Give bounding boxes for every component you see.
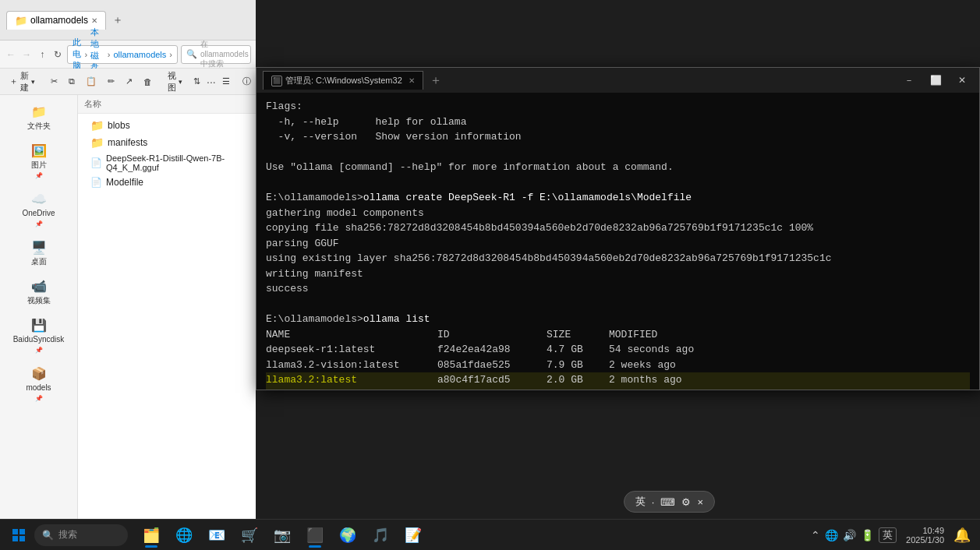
sidebar-item-models[interactable]: 📦 models 📌 xyxy=(0,360,77,408)
start-button[interactable] xyxy=(5,521,33,549)
edge-icon: 🌐 xyxy=(175,527,193,544)
file-item-manifests[interactable]: 📁 manifests xyxy=(78,134,256,151)
tray-chevron[interactable]: ⌃ xyxy=(811,529,820,541)
terminal-tab-label: 管理员: C:\Windows\System32 xyxy=(285,75,402,86)
taskbar-edge[interactable]: 🌐 xyxy=(168,521,200,549)
folder-icon-manifests: 📁 xyxy=(90,136,104,149)
new-button[interactable]: ＋ 新建 ▾ xyxy=(5,68,40,96)
term-row-deepseek: deepseek-r1:latestf24e2ea42a984.7 GB54 s… xyxy=(266,342,970,358)
term-line-blank3 xyxy=(266,297,970,312)
sidebar-item-baidu[interactable]: 💾 BaiduSyncdisk 📌 xyxy=(0,312,77,360)
taskbar-explorer[interactable]: 🗂️ xyxy=(136,521,167,549)
up-button[interactable]: ↑ xyxy=(36,45,48,64)
windows-logo xyxy=(12,529,25,541)
explorer-tab-label: ollamamodels xyxy=(30,15,88,26)
explorer-taskbar-icon: 🗂️ xyxy=(143,527,160,544)
system-tray: ⌃ 🌐 🔊 🔋 英 xyxy=(811,527,897,543)
volume-icon[interactable]: 🔊 xyxy=(843,529,856,541)
battery-icon[interactable]: 🔋 xyxy=(861,529,874,541)
taskbar-terminal[interactable]: ⬛ xyxy=(299,521,331,549)
file-explorer: 📁 ollamamodels ✕ ＋ ← → ↑ ↻ 此电脑 › 本地磁盘 (E… xyxy=(0,0,256,550)
breadcrumb-pc[interactable]: 此电脑 xyxy=(73,37,81,72)
terminal-titlebar: ⬛ 管理员: C:\Windows\System32 ✕ ＋ － ⬜ ✕ xyxy=(256,68,979,93)
term-line-existing: using existing layer sha256:78272d8d3208… xyxy=(266,251,970,266)
info-button[interactable]: ⓘ xyxy=(238,73,256,90)
close-button[interactable]: ✕ xyxy=(951,72,973,88)
photos-icon: 📷 xyxy=(274,527,291,544)
ime-keyboard-icon[interactable]: ⌨ xyxy=(660,496,675,508)
baidu-icon: 💾 xyxy=(31,318,47,333)
taskbar-photos[interactable]: 📷 xyxy=(267,521,298,549)
rename-button[interactable]: ✏ xyxy=(103,74,119,89)
taskbar: 🔍 搜索 🗂️ 🌐 📧 🛒 📷 ⬛ 🌍 🎵 📝 xyxy=(0,519,980,550)
term-line-copying: copying file sha256:78272d8d3208454b8bd4… xyxy=(266,220,970,236)
taskbar-search-icon: 🔍 xyxy=(42,530,54,541)
network-icon[interactable]: 🌐 xyxy=(825,529,838,541)
ime-tray-label[interactable]: 英 xyxy=(879,527,897,543)
copy-button[interactable]: ⧉ xyxy=(64,74,80,89)
more-button[interactable]: ··· xyxy=(207,76,216,88)
notification-icon[interactable]: 🔔 xyxy=(953,527,975,544)
search-box[interactable]: 🔍 在 ollamamodels 中搜索 xyxy=(181,45,251,64)
taskbar-mail[interactable]: 📧 xyxy=(201,521,232,549)
file-icon-gguf: 📄 xyxy=(90,157,102,168)
new-tab-button[interactable]: ＋ xyxy=(109,12,126,29)
taskbar-store[interactable]: 🛒 xyxy=(234,521,265,549)
sidebar-item-video[interactable]: 📹 视频集 xyxy=(0,273,77,312)
minimize-button[interactable]: － xyxy=(898,72,920,88)
tab-close-icon[interactable]: ✕ xyxy=(91,16,97,25)
ime-pill[interactable]: 英 · ⌨ ⚙ × xyxy=(624,491,715,513)
share-button[interactable]: ↗ xyxy=(121,74,137,89)
forward-button[interactable]: → xyxy=(20,45,33,64)
term-row-llama32vision: llama3.2-vision:latest085a1fdae5257.9 GB… xyxy=(266,358,970,373)
wps-icon: 📝 xyxy=(405,527,422,544)
new-terminal-tab-button[interactable]: ＋ xyxy=(430,72,442,89)
image-icon: 🖼️ xyxy=(31,143,47,158)
sidebar-item-image[interactable]: 🖼️ 图片 📌 xyxy=(0,137,77,185)
delete-button[interactable]: 🗑 xyxy=(139,75,157,89)
sidebar-item-folder[interactable]: 📁 文件夹 xyxy=(0,98,77,137)
term-line-flags: Flags: xyxy=(266,99,970,115)
terminal-content[interactable]: Flags: -h, --help help for ollama -v, --… xyxy=(256,93,979,390)
ime-close-icon[interactable]: × xyxy=(697,496,703,508)
file-item-gguf[interactable]: 📄 DeepSeek-R1-Distill-Qwen-7B-Q4_K_M.ggu… xyxy=(78,151,256,175)
terminal-tab[interactable]: ⬛ 管理员: C:\Windows\System32 ✕ xyxy=(263,71,423,90)
taskbar-wps[interactable]: 📝 xyxy=(398,521,429,549)
new-icon: ＋ xyxy=(9,76,18,87)
term-line-create-cmd: E:\ollamamodels>ollama create DeepSeek-R… xyxy=(266,190,970,206)
clock-area[interactable]: 10:49 2025/1/30 xyxy=(900,526,950,545)
back-button[interactable]: ← xyxy=(5,45,17,64)
taskbar-browser[interactable]: 🌍 xyxy=(332,521,363,549)
file-item-modelfile[interactable]: 📄 Modelfile xyxy=(78,175,256,190)
taskbar-spotify[interactable]: 🎵 xyxy=(365,521,396,549)
file-item-blobs[interactable]: 📁 blobs xyxy=(78,117,256,134)
term-line-gathering: gathering model components xyxy=(266,206,970,221)
breadcrumb-folder[interactable]: ollamamodels xyxy=(113,50,166,59)
term-line-list-cmd: E:\ollamamodels>ollama list xyxy=(266,312,970,327)
sidebar-item-desktop[interactable]: 🖥️ 桌面 xyxy=(0,234,77,273)
address-bar[interactable]: 此电脑 › 本地磁盘 (E:) › ollamamodels › xyxy=(67,45,178,64)
explorer-navbar: ← → ↑ ↻ 此电脑 › 本地磁盘 (E:) › ollamamodels ›… xyxy=(0,41,256,69)
maximize-button[interactable]: ⬜ xyxy=(925,72,946,88)
browser-icon: 🌍 xyxy=(339,527,356,544)
terminal-window-controls: － ⬜ ✕ xyxy=(898,72,973,88)
term-line-success: success xyxy=(266,281,970,297)
sidebar-item-onedrive[interactable]: ☁️ OneDrive 📌 xyxy=(0,185,77,234)
term-line-usage: Use "ollama [command] --help" for more i… xyxy=(266,160,970,175)
clock-date: 2025/1/30 xyxy=(906,535,944,545)
details-view-button[interactable]: ☰ xyxy=(218,73,235,90)
new-chevron: ▾ xyxy=(31,78,35,86)
ime-settings-icon[interactable]: ⚙ xyxy=(681,496,691,508)
mail-icon: 📧 xyxy=(208,527,225,544)
term-line-parsing: parsing GGUF xyxy=(266,236,970,252)
taskbar-search[interactable]: 🔍 搜索 xyxy=(34,524,128,546)
view-button[interactable]: 视图 ▾ xyxy=(163,68,187,96)
terminal-tab-close[interactable]: ✕ xyxy=(409,76,415,85)
file-icon-modelfile: 📄 xyxy=(90,177,102,188)
refresh-button[interactable]: ↻ xyxy=(51,45,64,64)
terminal-taskbar-icon: ⬛ xyxy=(306,527,324,544)
cut-button[interactable]: ✂ xyxy=(46,74,62,89)
sort-button[interactable]: ⇅ xyxy=(189,74,205,89)
paste-button[interactable]: 📋 xyxy=(81,74,101,89)
terminal-window: ⬛ 管理员: C:\Windows\System32 ✕ ＋ － ⬜ ✕ Fla… xyxy=(256,67,980,390)
